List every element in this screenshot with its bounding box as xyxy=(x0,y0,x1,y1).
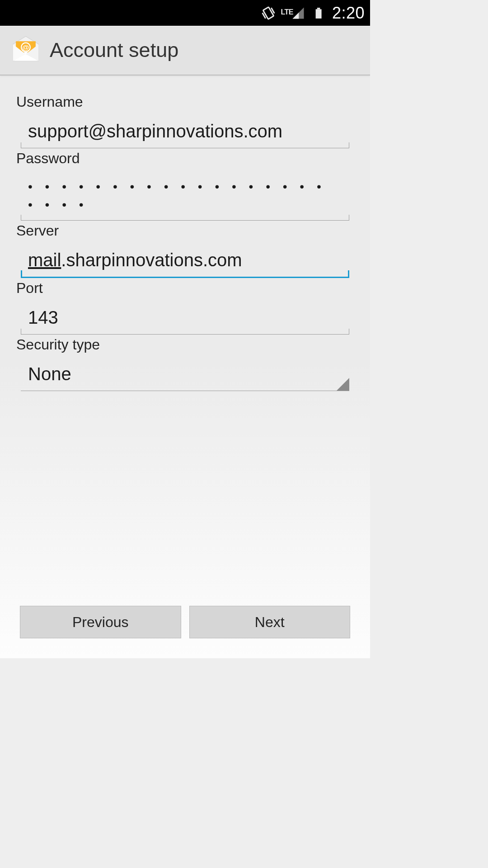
security-dropdown[interactable]: None xyxy=(21,361,349,391)
password-label: Password xyxy=(16,150,354,167)
server-field-group: Server mail.sharpinnovations.com xyxy=(16,222,354,278)
svg-text:@: @ xyxy=(23,43,29,51)
dropdown-triangle-icon xyxy=(337,378,349,391)
signal-icon xyxy=(291,5,306,21)
port-input-wrap[interactable]: 143 xyxy=(21,305,349,335)
svg-rect-5 xyxy=(316,9,322,19)
footer-button-bar: Previous Next xyxy=(0,606,370,658)
clock: 2:20 xyxy=(332,4,365,23)
server-value-suffix: .sharpinnovations.com xyxy=(61,250,242,270)
svg-marker-4 xyxy=(292,12,299,19)
password-field-group: Password • • • • • • • • • • • • • • • •… xyxy=(16,150,354,221)
email-app-icon: @ xyxy=(10,34,42,66)
username-input[interactable]: support@sharpinnovations.com xyxy=(28,121,342,142)
password-input[interactable]: • • • • • • • • • • • • • • • • • • • • … xyxy=(28,178,342,214)
security-field-group: Security type None xyxy=(16,336,354,391)
username-field-group: Username support@sharpinnovations.com xyxy=(16,94,354,148)
svg-rect-6 xyxy=(317,8,320,9)
account-form: Username support@sharpinnovations.com Pa… xyxy=(0,75,370,606)
screen: LTE 2:20 @ Account setup User xyxy=(0,0,370,658)
vibrate-icon xyxy=(261,5,276,21)
password-input-wrap[interactable]: • • • • • • • • • • • • • • • • • • • • … xyxy=(21,175,349,221)
server-label: Server xyxy=(16,222,354,239)
username-input-wrap[interactable]: support@sharpinnovations.com xyxy=(21,118,349,148)
port-field-group: Port 143 xyxy=(16,280,354,335)
page-title: Account setup xyxy=(50,38,178,62)
security-value: None xyxy=(28,364,342,384)
server-input-wrap[interactable]: mail.sharpinnovations.com xyxy=(21,247,349,278)
server-value-prefix: mail xyxy=(28,250,61,270)
port-label: Port xyxy=(16,280,354,297)
next-button[interactable]: Next xyxy=(189,606,351,638)
status-bar: LTE 2:20 xyxy=(0,0,370,26)
port-input[interactable]: 143 xyxy=(28,307,342,328)
signal-group: LTE xyxy=(281,5,306,21)
battery-icon xyxy=(310,5,326,21)
server-input[interactable]: mail.sharpinnovations.com xyxy=(28,250,342,270)
previous-button[interactable]: Previous xyxy=(20,606,181,638)
security-label: Security type xyxy=(16,336,354,353)
action-bar: @ Account setup xyxy=(0,26,370,75)
username-label: Username xyxy=(16,94,354,110)
